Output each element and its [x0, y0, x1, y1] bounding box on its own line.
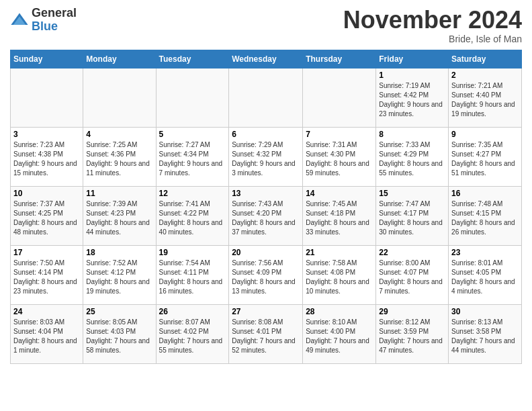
day-info: Sunrise: 7:47 AMSunset: 4:17 PMDaylight:… — [379, 199, 445, 237]
day-info: Sunrise: 7:33 AMSunset: 4:29 PMDaylight:… — [379, 140, 445, 178]
title-section: November 2024 Bride, Isle of Man — [343, 7, 522, 44]
cell-week5-day2: 25Sunrise: 8:05 AMSunset: 4:03 PMDayligh… — [83, 304, 156, 363]
day-number: 19 — [159, 248, 226, 257]
cell-week2-day5: 7Sunrise: 7:31 AMSunset: 4:30 PMDaylight… — [303, 127, 376, 186]
cell-week2-day2: 4Sunrise: 7:25 AMSunset: 4:36 PMDaylight… — [83, 127, 156, 186]
day-info: Sunrise: 7:56 AMSunset: 4:09 PMDaylight:… — [232, 259, 300, 296]
week-row-4: 17Sunrise: 7:50 AMSunset: 4:14 PMDayligh… — [11, 245, 522, 304]
header-wednesday: Wednesday — [229, 50, 303, 68]
day-info: Sunrise: 8:08 AMSunset: 4:01 PMDaylight:… — [232, 318, 300, 355]
cell-week4-day1: 17Sunrise: 7:50 AMSunset: 4:14 PMDayligh… — [11, 245, 83, 304]
day-number: 8 — [379, 130, 445, 139]
week-row-3: 10Sunrise: 7:37 AMSunset: 4:25 PMDayligh… — [11, 186, 522, 245]
day-number: 11 — [86, 189, 152, 198]
cell-week4-day3: 19Sunrise: 7:54 AMSunset: 4:11 PMDayligh… — [156, 245, 229, 304]
cell-week1-day7: 2Sunrise: 7:21 AMSunset: 4:40 PMDaylight… — [449, 68, 522, 127]
day-info: Sunrise: 7:39 AMSunset: 4:23 PMDaylight:… — [86, 199, 152, 237]
cell-week1-day1 — [11, 68, 83, 127]
day-number: 7 — [306, 130, 373, 139]
cell-week3-day3: 12Sunrise: 7:41 AMSunset: 4:22 PMDayligh… — [156, 186, 229, 245]
cell-week1-day4 — [229, 68, 303, 127]
cell-week2-day1: 3Sunrise: 7:23 AMSunset: 4:38 PMDaylight… — [11, 127, 83, 186]
day-number: 30 — [451, 307, 519, 316]
header-saturday: Saturday — [449, 50, 522, 68]
day-info: Sunrise: 7:31 AMSunset: 4:30 PMDaylight:… — [306, 140, 373, 178]
day-number: 15 — [379, 189, 445, 198]
cell-week3-day1: 10Sunrise: 7:37 AMSunset: 4:25 PMDayligh… — [11, 186, 83, 245]
cell-week4-day4: 20Sunrise: 7:56 AMSunset: 4:09 PMDayligh… — [229, 245, 303, 304]
day-number: 29 — [379, 307, 445, 316]
day-info: Sunrise: 7:43 AMSunset: 4:20 PMDaylight:… — [232, 199, 300, 237]
day-number: 17 — [13, 248, 80, 257]
cell-week1-day5 — [303, 68, 376, 127]
day-number: 21 — [306, 248, 373, 257]
day-number: 4 — [86, 130, 152, 139]
day-number: 26 — [159, 307, 226, 316]
logo-text: General Blue — [32, 7, 77, 34]
calendar-body: 1Sunrise: 7:19 AMSunset: 4:42 PMDaylight… — [11, 68, 522, 363]
logo-icon — [10, 11, 29, 30]
day-number: 6 — [232, 130, 300, 139]
day-info: Sunrise: 7:37 AMSunset: 4:25 PMDaylight:… — [13, 199, 80, 237]
week-row-5: 24Sunrise: 8:03 AMSunset: 4:04 PMDayligh… — [11, 304, 522, 363]
cell-week5-day5: 28Sunrise: 8:10 AMSunset: 4:00 PMDayligh… — [303, 304, 376, 363]
header-row: SundayMondayTuesdayWednesdayThursdayFrid… — [11, 50, 522, 68]
calendar-header: SundayMondayTuesdayWednesdayThursdayFrid… — [11, 50, 522, 68]
day-number: 27 — [232, 307, 300, 316]
cell-week5-day3: 26Sunrise: 8:07 AMSunset: 4:02 PMDayligh… — [156, 304, 229, 363]
cell-week3-day5: 14Sunrise: 7:45 AMSunset: 4:18 PMDayligh… — [303, 186, 376, 245]
cell-week5-day4: 27Sunrise: 8:08 AMSunset: 4:01 PMDayligh… — [229, 304, 303, 363]
day-number: 28 — [306, 307, 373, 316]
day-info: Sunrise: 8:12 AMSunset: 3:59 PMDaylight:… — [379, 318, 445, 355]
day-number: 22 — [379, 248, 445, 257]
day-number: 9 — [451, 130, 519, 139]
week-row-1: 1Sunrise: 7:19 AMSunset: 4:42 PMDaylight… — [11, 68, 522, 127]
cell-week1-day3 — [156, 68, 229, 127]
cell-week3-day6: 15Sunrise: 7:47 AMSunset: 4:17 PMDayligh… — [376, 186, 449, 245]
month-title: November 2024 — [343, 7, 522, 34]
calendar-table: SundayMondayTuesdayWednesdayThursdayFrid… — [10, 50, 522, 364]
day-info: Sunrise: 8:10 AMSunset: 4:00 PMDaylight:… — [306, 318, 373, 355]
day-info: Sunrise: 7:23 AMSunset: 4:38 PMDaylight:… — [13, 140, 80, 178]
day-info: Sunrise: 8:05 AMSunset: 4:03 PMDaylight:… — [86, 318, 152, 355]
cell-week1-day2 — [83, 68, 156, 127]
cell-week5-day7: 30Sunrise: 8:13 AMSunset: 3:58 PMDayligh… — [449, 304, 522, 363]
day-number: 18 — [86, 248, 152, 257]
header-thursday: Thursday — [303, 50, 376, 68]
day-info: Sunrise: 7:58 AMSunset: 4:08 PMDaylight:… — [306, 259, 373, 296]
cell-week4-day6: 22Sunrise: 8:00 AMSunset: 4:07 PMDayligh… — [376, 245, 449, 304]
day-info: Sunrise: 7:27 AMSunset: 4:34 PMDaylight:… — [159, 140, 226, 178]
header-tuesday: Tuesday — [156, 50, 229, 68]
cell-week2-day4: 6Sunrise: 7:29 AMSunset: 4:32 PMDaylight… — [229, 127, 303, 186]
cell-week3-day4: 13Sunrise: 7:43 AMSunset: 4:20 PMDayligh… — [229, 186, 303, 245]
day-number: 1 — [379, 71, 445, 80]
day-number: 20 — [232, 248, 300, 257]
day-info: Sunrise: 7:54 AMSunset: 4:11 PMDaylight:… — [159, 259, 226, 296]
day-info: Sunrise: 7:45 AMSunset: 4:18 PMDaylight:… — [306, 199, 373, 237]
day-info: Sunrise: 7:52 AMSunset: 4:12 PMDaylight:… — [86, 259, 152, 296]
day-number: 13 — [232, 189, 300, 198]
logo-general: General — [32, 7, 77, 20]
header-monday: Monday — [83, 50, 156, 68]
header-sunday: Sunday — [11, 50, 83, 68]
day-number: 12 — [159, 189, 226, 198]
day-info: Sunrise: 8:13 AMSunset: 3:58 PMDaylight:… — [451, 318, 519, 355]
day-info: Sunrise: 8:07 AMSunset: 4:02 PMDaylight:… — [159, 318, 226, 355]
cell-week2-day7: 9Sunrise: 7:35 AMSunset: 4:27 PMDaylight… — [449, 127, 522, 186]
cell-week4-day7: 23Sunrise: 8:01 AMSunset: 4:05 PMDayligh… — [449, 245, 522, 304]
cell-week3-day7: 16Sunrise: 7:48 AMSunset: 4:15 PMDayligh… — [449, 186, 522, 245]
day-info: Sunrise: 8:03 AMSunset: 4:04 PMDaylight:… — [13, 318, 80, 355]
cell-week2-day3: 5Sunrise: 7:27 AMSunset: 4:34 PMDaylight… — [156, 127, 229, 186]
day-info: Sunrise: 7:35 AMSunset: 4:27 PMDaylight:… — [451, 140, 519, 178]
day-number: 24 — [13, 307, 80, 316]
header-friday: Friday — [376, 50, 449, 68]
day-info: Sunrise: 7:48 AMSunset: 4:15 PMDaylight:… — [451, 199, 519, 237]
day-info: Sunrise: 7:19 AMSunset: 4:42 PMDaylight:… — [379, 81, 445, 119]
day-info: Sunrise: 7:41 AMSunset: 4:22 PMDaylight:… — [159, 199, 226, 237]
cell-week4-day5: 21Sunrise: 7:58 AMSunset: 4:08 PMDayligh… — [303, 245, 376, 304]
location-subtitle: Bride, Isle of Man — [343, 34, 522, 44]
day-number: 10 — [13, 189, 80, 198]
day-info: Sunrise: 8:00 AMSunset: 4:07 PMDaylight:… — [379, 259, 445, 296]
cell-week1-day6: 1Sunrise: 7:19 AMSunset: 4:42 PMDaylight… — [376, 68, 449, 127]
day-number: 14 — [306, 189, 373, 198]
